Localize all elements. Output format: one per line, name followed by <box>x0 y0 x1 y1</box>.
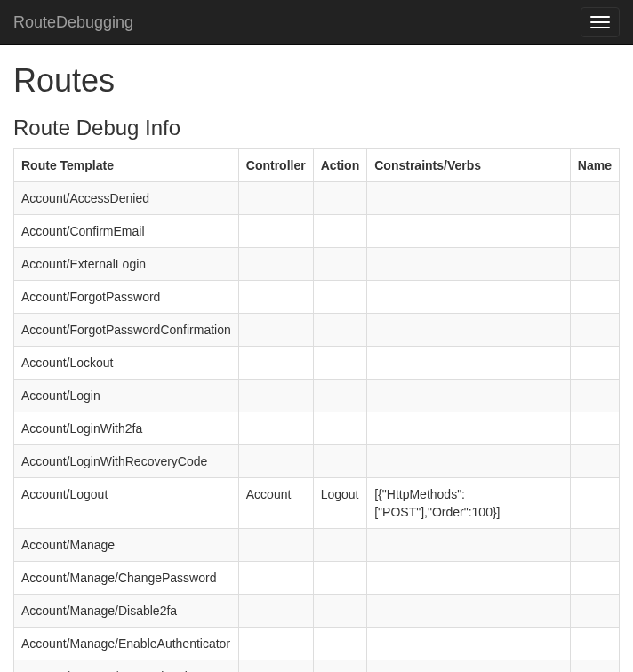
hamburger-bar-icon <box>590 27 610 28</box>
table-row: Account/Lockout <box>14 346 620 379</box>
cell-name <box>570 477 619 528</box>
th-name: Name <box>570 148 619 181</box>
cell-route_template: Account/Login <box>14 379 239 412</box>
cell-action <box>313 561 367 594</box>
cell-name <box>570 379 619 412</box>
cell-action <box>313 214 367 247</box>
navbar: RouteDebugging <box>0 0 633 45</box>
th-constraints: Constraints/Verbs <box>367 148 571 181</box>
cell-name <box>570 247 619 280</box>
cell-constraints <box>367 313 571 346</box>
table-row: Account/Manage/ExternalLogins <box>14 660 620 672</box>
cell-route_template: Account/AccessDenied <box>14 181 239 214</box>
table-row: Account/LoginWithRecoveryCode <box>14 444 620 477</box>
cell-controller <box>238 627 313 660</box>
cell-name <box>570 346 619 379</box>
cell-constraints: [{"HttpMethods":["POST"],"Order":100}] <box>367 477 571 528</box>
cell-controller <box>238 379 313 412</box>
cell-name <box>570 313 619 346</box>
cell-action <box>313 528 367 561</box>
cell-controller <box>238 528 313 561</box>
cell-action <box>313 280 367 313</box>
cell-constraints <box>367 379 571 412</box>
cell-controller <box>238 660 313 672</box>
cell-name <box>570 444 619 477</box>
cell-route_template: Account/ForgotPassword <box>14 280 239 313</box>
table-row: Account/ConfirmEmail <box>14 214 620 247</box>
viewport[interactable]: RouteDebugging Routes Route Debug Info R… <box>0 0 633 672</box>
hamburger-bar-icon <box>590 21 610 23</box>
cell-constraints <box>367 528 571 561</box>
cell-action: Logout <box>313 477 367 528</box>
cell-route_template: Account/Lockout <box>14 346 239 379</box>
table-row: Account/ForgotPasswordConfirmation <box>14 313 620 346</box>
cell-route_template: Account/ExternalLogin <box>14 247 239 280</box>
cell-constraints <box>367 627 571 660</box>
cell-route_template: Account/LoginWithRecoveryCode <box>14 444 239 477</box>
cell-action <box>313 444 367 477</box>
cell-action <box>313 346 367 379</box>
cell-action <box>313 660 367 672</box>
cell-action <box>313 412 367 444</box>
cell-name <box>570 561 619 594</box>
cell-action <box>313 379 367 412</box>
table-row: Account/Manage <box>14 528 620 561</box>
cell-controller <box>238 214 313 247</box>
table-row: Account/ForgotPassword <box>14 280 620 313</box>
cell-route_template: Account/Manage/ChangePassword <box>14 561 239 594</box>
cell-constraints <box>367 346 571 379</box>
cell-constraints <box>367 214 571 247</box>
cell-constraints <box>367 660 571 672</box>
th-action: Action <box>313 148 367 181</box>
cell-constraints <box>367 594 571 627</box>
cell-controller <box>238 313 313 346</box>
hamburger-bar-icon <box>590 16 610 18</box>
cell-route_template: Account/Manage <box>14 528 239 561</box>
cell-controller <box>238 561 313 594</box>
cell-constraints <box>367 412 571 444</box>
table-row: Account/ExternalLogin <box>14 247 620 280</box>
cell-action <box>313 594 367 627</box>
cell-name <box>570 660 619 672</box>
table-row: Account/Login <box>14 379 620 412</box>
cell-route_template: Account/Manage/EnableAuthenticator <box>14 627 239 660</box>
cell-route_template: Account/ForgotPasswordConfirmation <box>14 313 239 346</box>
cell-route_template: Account/Manage/Disable2fa <box>14 594 239 627</box>
cell-controller <box>238 444 313 477</box>
cell-route_template: Account/Manage/ExternalLogins <box>14 660 239 672</box>
cell-constraints <box>367 247 571 280</box>
table-row: Account/Manage/EnableAuthenticator <box>14 627 620 660</box>
cell-name <box>570 181 619 214</box>
navbar-toggle-button[interactable] <box>581 7 620 37</box>
cell-action <box>313 181 367 214</box>
main-container: Routes Route Debug Info Route Template C… <box>0 63 633 672</box>
cell-route_template: Account/LoginWith2fa <box>14 412 239 444</box>
cell-action <box>313 313 367 346</box>
cell-constraints <box>367 561 571 594</box>
cell-name <box>570 214 619 247</box>
page-title: Routes <box>13 63 620 99</box>
table-row: Account/AccessDenied <box>14 181 620 214</box>
cell-controller <box>238 181 313 214</box>
cell-controller: Account <box>238 477 313 528</box>
table-row: Account/Manage/Disable2fa <box>14 594 620 627</box>
navbar-brand[interactable]: RouteDebugging <box>13 0 133 44</box>
cell-action <box>313 627 367 660</box>
table-row: Account/LogoutAccountLogout[{"HttpMethod… <box>14 477 620 528</box>
cell-controller <box>238 412 313 444</box>
cell-controller <box>238 346 313 379</box>
cell-name <box>570 627 619 660</box>
th-route-template: Route Template <box>14 148 239 181</box>
cell-name <box>570 528 619 561</box>
routes-table: Route Template Controller Action Constra… <box>13 148 620 672</box>
cell-route_template: Account/ConfirmEmail <box>14 214 239 247</box>
table-header-row: Route Template Controller Action Constra… <box>14 148 620 181</box>
cell-action <box>313 247 367 280</box>
table-row: Account/Manage/ChangePassword <box>14 561 620 594</box>
cell-name <box>570 280 619 313</box>
cell-controller <box>238 280 313 313</box>
page-subtitle: Route Debug Info <box>13 116 620 140</box>
cell-controller <box>238 594 313 627</box>
th-controller: Controller <box>238 148 313 181</box>
cell-constraints <box>367 181 571 214</box>
